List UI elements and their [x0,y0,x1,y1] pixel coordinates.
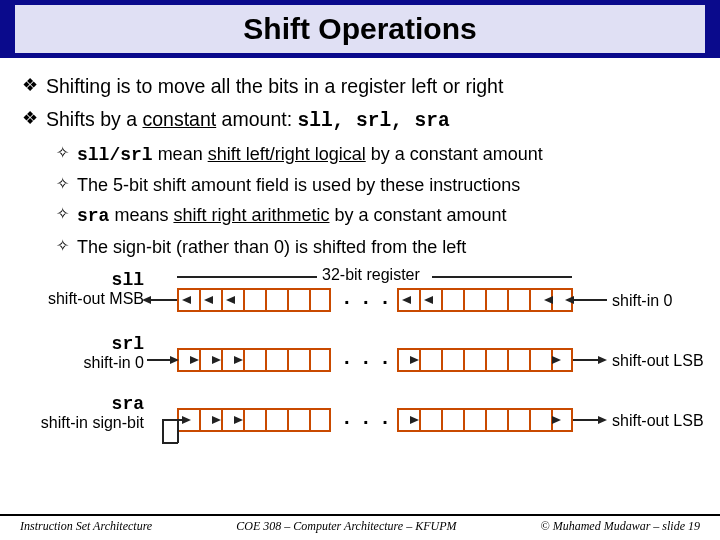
line [573,359,600,361]
arrow-left-icon [142,296,151,304]
register-label: 32-bit register [322,266,420,284]
text-mono: sra [112,394,144,414]
sll-right-label: shift-in 0 [612,292,672,310]
arrow-left-icon [424,296,433,304]
arrow-right-icon [552,356,561,364]
text-mono: sll/srl [77,145,153,165]
sub-sll-srl-logical: ✧ sll/srl mean shift left/right logical … [56,143,698,167]
arrow-right-icon [410,356,419,364]
arrow-right-icon [598,356,607,364]
arrow-right-icon [190,356,199,364]
text-mono: srl [112,334,144,354]
sub-5bit-field: ✧ The 5-bit shift amount field is used b… [56,174,698,197]
sra-register-right [397,408,573,432]
bullet-text: Shifting is to move all the bits in a re… [46,74,503,99]
arrow-right-icon [234,356,243,364]
srl-register-left [177,348,331,372]
text-fragment: by a constant amount [330,205,507,225]
srl-label: srl shift-in 0 [84,334,144,372]
bullet-text: Shifts by a constant amount: sll, srl, s… [46,107,450,134]
arrow-right-icon [182,416,191,424]
arrow-right-icon [212,356,221,364]
text-fragment: shift-out MSB [48,290,144,307]
arrow-left-icon [565,296,574,304]
title-bar: Shift Operations [0,0,720,58]
arrow-right-icon [212,416,221,424]
arrow-left-icon [204,296,213,304]
text-underline: shift right arithmetic [173,205,329,225]
arrow-left-icon [182,296,191,304]
arrow-right-icon [170,356,179,364]
sll-register-left [177,288,331,312]
footer-left: Instruction Set Architecture [20,516,152,534]
text-fragment: shift-in 0 [84,354,144,371]
line [432,276,572,278]
text-underline: constant [142,108,216,130]
diamond-open-icon: ✧ [56,236,69,257]
arrow-left-icon [544,296,553,304]
text-fragment: means [109,205,173,225]
line [162,419,177,421]
ellipsis: . . . [344,346,392,369]
srl-right-label: shift-out LSB [612,352,704,370]
content-area: ❖ Shifting is to move all the bits in a … [0,58,720,481]
diamond-icon: ❖ [22,107,38,130]
text-fragment: Shifts by a [46,108,142,130]
diamond-open-icon: ✧ [56,204,69,225]
arrow-left-icon [402,296,411,304]
arrow-right-icon [552,416,561,424]
line [573,299,607,301]
bullet-text: sll/srl mean shift left/right logical by… [77,143,543,167]
text-underline: shift left/right logical [208,144,366,164]
sra-right-label: shift-out LSB [612,412,704,430]
sll-label: sll shift-out MSB [48,270,144,308]
diamond-open-icon: ✧ [56,143,69,164]
bullet-text: sra means shift right arithmetic by a co… [77,204,507,228]
bullet-shifting-move: ❖ Shifting is to move all the bits in a … [22,74,698,99]
diamond-open-icon: ✧ [56,174,69,195]
ellipsis: . . . [344,406,392,429]
arrow-left-icon [226,296,235,304]
footer-right: © Muhamed Mudawar – slide 19 [541,516,700,534]
sra-register-left [177,408,331,432]
text-mono: sll, srl, sra [297,110,449,132]
text-fragment: shift-in sign-bit [41,414,144,431]
footer-center: COE 308 – Computer Architecture – KFUPM [236,516,456,534]
sra-label: sra shift-in sign-bit [41,394,144,432]
line [162,442,178,444]
diamond-icon: ❖ [22,74,38,97]
arrow-right-icon [598,416,607,424]
sub-sra-arithmetic: ✧ sra means shift right arithmetic by a … [56,204,698,228]
ellipsis: . . . [344,286,392,309]
slide-title: Shift Operations [15,5,705,53]
shift-diagram: 32-bit register sll shift-out MSB . . . … [22,266,702,481]
text-mono: sra [77,206,109,226]
arrow-right-icon [234,416,243,424]
text-fragment: mean [153,144,208,164]
text-mono: sll [112,270,144,290]
line [162,419,164,443]
arrow-right-icon [410,416,419,424]
bullet-text: The 5-bit shift amount field is used by … [77,174,520,197]
line [177,419,179,443]
srl-register-right [397,348,573,372]
line [177,276,317,278]
slide-footer: Instruction Set Architecture COE 308 – C… [0,514,720,534]
line [151,299,177,301]
line [573,419,600,421]
text-fragment: amount: [216,108,297,130]
sub-sign-bit: ✧ The sign-bit (rather than 0) is shifte… [56,236,698,259]
text-fragment: by a constant amount [366,144,543,164]
bullet-constant-amount: ❖ Shifts by a constant amount: sll, srl,… [22,107,698,134]
bullet-text: The sign-bit (rather than 0) is shifted … [77,236,466,259]
